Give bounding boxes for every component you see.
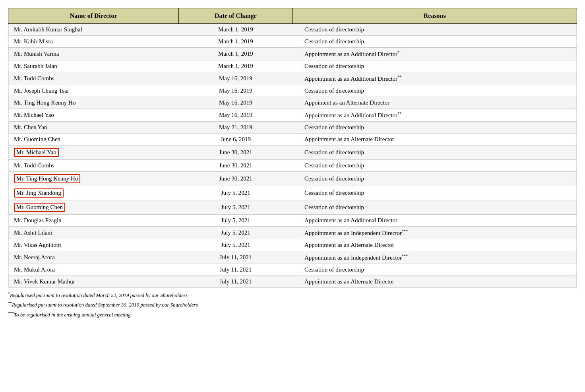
change-reason: Cessation of directorship xyxy=(292,264,577,276)
table-row: Mr. Amitabh Kumar SinghalMarch 1, 2019Ce… xyxy=(8,24,577,36)
change-date: March 1, 2019 xyxy=(179,48,292,60)
change-date: July 11, 2021 xyxy=(179,264,292,276)
header-reason: Reasons xyxy=(292,8,577,24)
change-date: July 5, 2021 xyxy=(179,215,292,227)
change-reason: Cessation of directorship xyxy=(292,122,577,134)
change-date: July 5, 2021 xyxy=(179,227,292,239)
change-reason: Appointent as an Alternate Director xyxy=(292,97,577,109)
change-reason: Cessation of directorship xyxy=(292,60,577,72)
boxed-name: Mr. Michael Yao xyxy=(14,148,59,157)
director-name: Mr. Neeraj Arora xyxy=(8,251,179,264)
change-reason: Cessation of directorship xyxy=(292,172,577,186)
director-name: Mr. Saurabh Jalan xyxy=(8,60,179,72)
director-name: Mr. Douglas Feagin xyxy=(8,215,179,227)
change-reason: Appointment as an Alternate Director xyxy=(292,239,577,251)
change-reason: Appointment as an Additional Director** xyxy=(292,72,577,85)
director-name: Mr. Vivek Kumar Mathur xyxy=(8,276,179,288)
table-row: Mr. Todd CombsJune 30, 2021Cessation of … xyxy=(8,160,577,172)
change-reason: Cessation of directorship xyxy=(292,36,577,48)
director-name: Mr. Munish Varma xyxy=(8,48,179,60)
change-date: May 16, 2019 xyxy=(179,72,292,85)
change-reason: Cessation of directorship xyxy=(292,85,577,97)
change-reason: Cessation of directorship xyxy=(292,146,577,160)
change-reason: Appointment as an Independent Director**… xyxy=(292,251,577,264)
change-date: July 5, 2021 xyxy=(179,239,292,251)
change-date: July 5, 2021 xyxy=(179,200,292,215)
change-reason: Appointment as an Additional Director* xyxy=(292,48,577,60)
table-header-row: Name of Director Date of Change Reasons xyxy=(8,8,577,24)
change-date: July 11, 2021 xyxy=(179,276,292,288)
change-date: June 30, 2021 xyxy=(179,146,292,160)
director-name: Mr. Joseph Chung Tsai xyxy=(8,85,179,97)
header-date: Date of Change xyxy=(179,8,292,24)
director-name: Mr. Kabir Misra xyxy=(8,36,179,48)
directors-table: Name of Director Date of Change Reasons … xyxy=(8,8,577,288)
director-name: Mr. Ting Hong Kenny Ho xyxy=(8,172,179,186)
change-reason: Appointment as an Alternate Director xyxy=(292,276,577,288)
directors-table-container: Name of Director Date of Change Reasons … xyxy=(8,8,577,319)
change-reason: Appointment as an Independent Director**… xyxy=(292,227,577,239)
change-date: May 16, 2019 xyxy=(179,109,292,122)
change-reason: Appointment as an Additional Director** xyxy=(292,109,577,122)
change-date: May 16, 2019 xyxy=(179,97,292,109)
table-row: Mr. Munish VarmaMarch 1, 2019Appointment… xyxy=(8,48,577,60)
table-row: Mr. Neeraj AroraJuly 11, 2021Appointment… xyxy=(8,251,577,264)
table-row: Mr. Kabir MisraMarch 1, 2019Cessation of… xyxy=(8,36,577,48)
change-date: March 1, 2019 xyxy=(179,36,292,48)
director-name: Mr. Ashit Lilani xyxy=(8,227,179,239)
table-row: Mr. Guoming ChenJune 6, 2019Appointment … xyxy=(8,134,577,146)
footnote-item: **Regularised pursuant to resolution dat… xyxy=(8,300,577,309)
director-name: Mr. Michael Yao xyxy=(8,109,179,122)
change-date: May 16, 2019 xyxy=(179,85,292,97)
table-row: Mr. Vikas AgnihotriJuly 5, 2021Appointme… xyxy=(8,239,577,251)
change-reason: Appointment as an Alternate Director xyxy=(292,134,577,146)
table-row: Mr. Vivek Kumar MathurJuly 11, 2021Appoi… xyxy=(8,276,577,288)
table-row: Mr. Douglas FeaginJuly 5, 2021Appointmen… xyxy=(8,215,577,227)
change-reason: Cessation of directorship xyxy=(292,160,577,172)
table-row: Mr. Ting Hong Kenny HoMay 16, 2019Appoin… xyxy=(8,97,577,109)
boxed-name: Mr. Jing Xiandong xyxy=(14,188,64,198)
table-row: Mr. Chen YanMay 21, 2019Cessation of dir… xyxy=(8,122,577,134)
table-row: Mr. Jing XiandongJuly 5, 2021Cessation o… xyxy=(8,186,577,200)
director-name: Mr. Guoming Chen xyxy=(8,134,179,146)
change-date: March 1, 2019 xyxy=(179,24,292,36)
boxed-name: Mr. Guoming Chen xyxy=(14,203,65,212)
table-row: Mr. Todd CombsMay 16, 2019Appointment as… xyxy=(8,72,577,85)
director-name: Mr. Ting Hong Kenny Ho xyxy=(8,97,179,109)
change-date: June 30, 2021 xyxy=(179,172,292,186)
footnotes: *Regularised pursuant to resolution date… xyxy=(8,290,577,319)
director-name: Mr. Mukul Arora xyxy=(8,264,179,276)
boxed-name: Mr. Ting Hong Kenny Ho xyxy=(14,174,80,183)
director-name: Mr. Guoming Chen xyxy=(8,200,179,215)
director-name: Mr. Michael Yao xyxy=(8,146,179,160)
table-row: Mr. Michael YaoMay 16, 2019Appointment a… xyxy=(8,109,577,122)
change-date: June 6, 2019 xyxy=(179,134,292,146)
header-name: Name of Director xyxy=(8,8,179,24)
director-name: Mr. Todd Combs xyxy=(8,72,179,85)
table-row: Mr. Ashit LilaniJuly 5, 2021Appointment … xyxy=(8,227,577,239)
director-name: Mr. Todd Combs xyxy=(8,160,179,172)
table-row: Mr. Joseph Chung TsaiMay 16, 2019Cessati… xyxy=(8,85,577,97)
table-row: Mr. Michael YaoJune 30, 2021Cessation of… xyxy=(8,146,577,160)
change-date: March 1, 2019 xyxy=(179,60,292,72)
change-date: May 21, 2019 xyxy=(179,122,292,134)
table-row: Mr. Guoming ChenJuly 5, 2021Cessation of… xyxy=(8,200,577,215)
change-date: July 5, 2021 xyxy=(179,186,292,200)
change-reason: Cessation of directorship xyxy=(292,200,577,215)
director-name: Mr. Chen Yan xyxy=(8,122,179,134)
change-date: July 11, 2021 xyxy=(179,251,292,264)
table-row: Mr. Mukul AroraJuly 11, 2021Cessation of… xyxy=(8,264,577,276)
change-reason: Cessation of directorship xyxy=(292,24,577,36)
change-date: June 30, 2021 xyxy=(179,160,292,172)
change-reason: Cessation of directorship xyxy=(292,186,577,200)
director-name: Mr. Jing Xiandong xyxy=(8,186,179,200)
change-reason: Appointment as an Additional Director xyxy=(292,215,577,227)
footnote-item: *Regularised pursuant to resolution date… xyxy=(8,290,577,300)
table-row: Mr. Ting Hong Kenny HoJune 30, 2021Cessa… xyxy=(8,172,577,186)
table-row: Mr. Saurabh JalanMarch 1, 2019Cessation … xyxy=(8,60,577,72)
director-name: Mr. Vikas Agnihotri xyxy=(8,239,179,251)
footnote-item: ***To be regularised in the ensuing annu… xyxy=(8,310,577,319)
director-name: Mr. Amitabh Kumar Singhal xyxy=(8,24,179,36)
